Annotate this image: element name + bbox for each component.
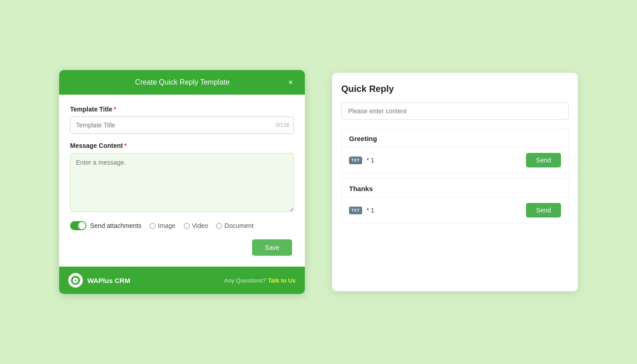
template-title-input[interactable]	[70, 116, 294, 134]
image-radio-option[interactable]: Image	[150, 222, 176, 229]
quick-reply-title: Quick Reply	[341, 84, 569, 94]
toggle-wrapper: Send attachments	[70, 221, 142, 230]
modal-close-button[interactable]: ×	[285, 77, 296, 87]
document-radio[interactable]	[216, 223, 222, 229]
video-label: Video	[192, 222, 208, 229]
qr-category-thanks: Thanks TXT * 1 Send	[341, 178, 569, 223]
qr-category-header-thanks: Thanks	[342, 178, 568, 197]
qr-file-info-thanks: TXT * 1	[349, 207, 374, 214]
file-count-greeting: * 1	[367, 157, 374, 164]
modal-footer: WAPlus CRM Any Questions? Talk to Us	[59, 267, 305, 294]
waplus-logo-icon	[71, 275, 81, 285]
footer-logo-area: WAPlus CRM	[68, 273, 130, 288]
video-radio-option[interactable]: Video	[184, 222, 208, 229]
qr-category-header-greeting: Greeting	[342, 128, 568, 147]
qr-file-info-greeting: TXT * 1	[349, 157, 374, 164]
footer-talk-link[interactable]: Talk to Us	[268, 277, 296, 284]
txt-badge-greeting: TXT	[349, 157, 362, 164]
attachments-row: Send attachments Image Video Document	[70, 221, 294, 230]
footer-brand-name: WAPlus CRM	[87, 277, 130, 284]
waplus-logo	[68, 273, 83, 288]
qr-category-body-greeting: TXT * 1 Send	[342, 147, 568, 173]
modal-body: Template Title* 0/128 Message Content* S…	[59, 95, 305, 267]
image-radio[interactable]	[150, 223, 156, 229]
message-required-star: *	[124, 142, 126, 149]
send-attachments-toggle[interactable]	[70, 221, 86, 230]
document-radio-option[interactable]: Document	[216, 222, 253, 229]
footer-question-area: Any Questions? Talk to Us	[224, 276, 296, 284]
qr-category-greeting: Greeting TXT * 1 Send	[341, 128, 569, 173]
save-button[interactable]: Save	[252, 239, 292, 256]
image-label: Image	[158, 222, 176, 229]
toggle-label: Send attachments	[90, 222, 142, 229]
template-title-wrapper: 0/128	[70, 116, 294, 134]
document-label: Document	[224, 222, 253, 229]
file-count-thanks: * 1	[367, 207, 374, 214]
video-radio[interactable]	[184, 223, 190, 229]
char-count: 0/128	[276, 122, 289, 128]
quick-reply-search-input[interactable]	[341, 102, 569, 120]
modal-title: Create Quick Reply Template	[79, 78, 285, 86]
message-content-textarea[interactable]	[70, 153, 294, 212]
toggle-knob	[78, 222, 86, 229]
txt-badge-thanks: TXT	[349, 207, 362, 214]
save-btn-row: Save	[70, 239, 294, 259]
create-template-modal: Create Quick Reply Template × Template T…	[59, 70, 305, 294]
footer-question-text: Any Questions?	[224, 277, 266, 284]
send-button-thanks[interactable]: Send	[526, 203, 561, 217]
modal-header: Create Quick Reply Template ×	[59, 70, 305, 95]
quick-reply-panel: Quick Reply Greeting TXT * 1 Send Thanks…	[332, 73, 578, 291]
message-content-label: Message Content*	[70, 142, 294, 149]
qr-category-body-thanks: TXT * 1 Send	[342, 197, 568, 223]
template-title-label: Template Title*	[70, 106, 294, 113]
send-button-greeting[interactable]: Send	[526, 153, 561, 167]
required-star: *	[114, 106, 116, 113]
